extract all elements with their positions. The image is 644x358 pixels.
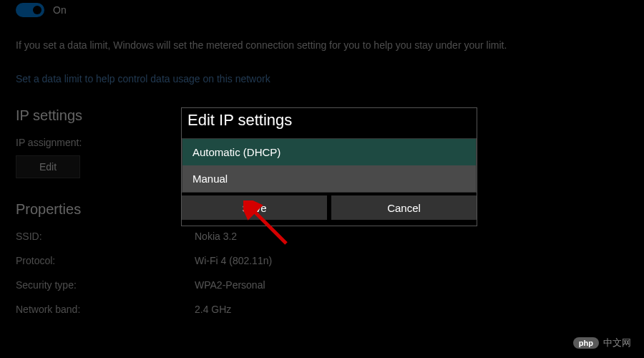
property-label: Network band: bbox=[16, 304, 195, 315]
edit-button[interactable]: Edit bbox=[16, 155, 80, 178]
watermark-text: 中文网 bbox=[603, 337, 631, 349]
property-label: Protocol: bbox=[16, 255, 195, 266]
property-value: WPA2-Personal bbox=[195, 279, 265, 291]
property-value: Nokia 3.2 bbox=[195, 231, 237, 242]
property-row: SSID:Nokia 3.2 bbox=[16, 231, 628, 242]
metered-toggle-row: On bbox=[16, 3, 628, 17]
cancel-button[interactable]: Cancel bbox=[331, 195, 477, 220]
dialog-title: Edit IP settings bbox=[182, 108, 477, 138]
property-label: Security type: bbox=[16, 279, 195, 291]
watermark-badge: php bbox=[573, 337, 599, 349]
property-row: Protocol:Wi-Fi 4 (802.11n) bbox=[16, 255, 628, 266]
data-limit-link[interactable]: Set a data limit to help control data us… bbox=[16, 73, 628, 84]
property-value: 2.4 GHz bbox=[195, 304, 231, 315]
property-value: Wi-Fi 4 (802.11n) bbox=[195, 255, 272, 266]
ip-mode-dropdown: Automatic (DHCP) Manual bbox=[182, 138, 477, 193]
edit-ip-settings-dialog: Edit IP settings Automatic (DHCP) Manual… bbox=[181, 107, 477, 226]
property-row: Network band:2.4 GHz bbox=[16, 304, 628, 315]
save-button[interactable]: Save bbox=[182, 195, 327, 220]
dialog-buttons: Save Cancel bbox=[182, 195, 477, 220]
metered-description: If you set a data limit, Windows will se… bbox=[16, 39, 628, 53]
property-label: SSID: bbox=[16, 231, 195, 242]
metered-toggle[interactable] bbox=[16, 3, 44, 17]
toggle-state-label: On bbox=[53, 4, 67, 16]
toggle-knob bbox=[33, 6, 42, 14]
ip-assignment-label: IP assignment: bbox=[16, 137, 195, 148]
option-manual[interactable]: Manual bbox=[182, 165, 476, 192]
property-row: Security type:WPA2-Personal bbox=[16, 279, 628, 291]
option-automatic-dhcp[interactable]: Automatic (DHCP) bbox=[182, 139, 476, 165]
watermark: php 中文网 bbox=[573, 337, 631, 349]
